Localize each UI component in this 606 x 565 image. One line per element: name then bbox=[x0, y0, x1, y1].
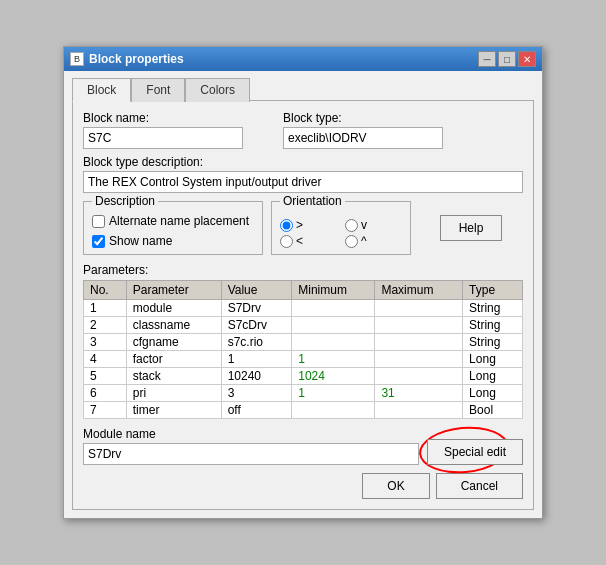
block-type-desc-group: Block type description: bbox=[83, 155, 523, 193]
cell-type: Long bbox=[463, 385, 523, 402]
orient-down-row: v bbox=[345, 218, 402, 232]
dialog-buttons: OK Cancel bbox=[83, 473, 523, 499]
table-row[interactable]: 5stack102401024Long bbox=[84, 368, 523, 385]
tab-content-block: Block name: Block type: Block type descr… bbox=[72, 100, 534, 510]
maximize-button[interactable]: □ bbox=[498, 51, 516, 67]
orient-up-row: ^ bbox=[345, 234, 402, 248]
description-box-label: Description bbox=[92, 194, 158, 208]
special-edit-wrapper: Special edit bbox=[427, 439, 523, 465]
cell-parameter: pri bbox=[126, 385, 221, 402]
parameters-table: No. Parameter Value Minimum Maximum Type… bbox=[83, 280, 523, 419]
table-row[interactable]: 1moduleS7DrvString bbox=[84, 300, 523, 317]
cell-parameter: factor bbox=[126, 351, 221, 368]
parameters-label: Parameters: bbox=[83, 263, 523, 277]
cell-type: Long bbox=[463, 351, 523, 368]
cell-minimum bbox=[292, 317, 375, 334]
block-type-input[interactable] bbox=[283, 127, 443, 149]
cell-maximum bbox=[375, 334, 463, 351]
cell-value: 10240 bbox=[221, 368, 292, 385]
params-thead: No. Parameter Value Minimum Maximum Type bbox=[84, 281, 523, 300]
cell-maximum bbox=[375, 368, 463, 385]
module-name-group: Module name bbox=[83, 427, 419, 465]
show-name-checkbox[interactable] bbox=[92, 235, 105, 248]
cell-no: 1 bbox=[84, 300, 127, 317]
tabs: Block Font Colors bbox=[72, 77, 534, 101]
col-value: Value bbox=[221, 281, 292, 300]
block-name-label: Block name: bbox=[83, 111, 243, 125]
orientation-options: > v < ^ bbox=[280, 218, 402, 248]
cell-parameter: cfgname bbox=[126, 334, 221, 351]
cell-maximum: 31 bbox=[375, 385, 463, 402]
table-row[interactable]: 7timeroffBool bbox=[84, 402, 523, 419]
cell-value: 1 bbox=[221, 351, 292, 368]
cell-no: 4 bbox=[84, 351, 127, 368]
cancel-button[interactable]: Cancel bbox=[436, 473, 523, 499]
title-bar: B Block properties ─ □ ✕ bbox=[64, 47, 542, 71]
cell-no: 2 bbox=[84, 317, 127, 334]
orient-up-radio[interactable] bbox=[345, 235, 358, 248]
window-icon: B bbox=[70, 52, 84, 66]
block-name-group: Block name: bbox=[83, 111, 243, 149]
table-row[interactable]: 3cfgnames7c.rioString bbox=[84, 334, 523, 351]
description-checkboxes: Alternate name placement Show name bbox=[92, 214, 254, 248]
desc-orient-help-row: Description Alternate name placement Sho… bbox=[83, 201, 523, 255]
cell-maximum bbox=[375, 351, 463, 368]
cell-minimum: 1024 bbox=[292, 368, 375, 385]
module-name-input[interactable] bbox=[83, 443, 419, 465]
table-row[interactable]: 2classnameS7cDrvString bbox=[84, 317, 523, 334]
block-name-type-row: Block name: Block type: bbox=[83, 111, 523, 149]
cell-value: S7cDrv bbox=[221, 317, 292, 334]
orient-left-row: < bbox=[280, 234, 337, 248]
title-bar-left: B Block properties bbox=[70, 52, 184, 66]
orientation-box: Orientation > v < bbox=[271, 201, 411, 255]
cell-maximum bbox=[375, 300, 463, 317]
orient-down-radio[interactable] bbox=[345, 219, 358, 232]
block-name-input[interactable] bbox=[83, 127, 243, 149]
cell-minimum: 1 bbox=[292, 351, 375, 368]
orient-right-radio[interactable] bbox=[280, 219, 293, 232]
cell-type: Long bbox=[463, 368, 523, 385]
cell-value: 3 bbox=[221, 385, 292, 402]
cell-no: 6 bbox=[84, 385, 127, 402]
col-parameter: Parameter bbox=[126, 281, 221, 300]
cell-type: String bbox=[463, 317, 523, 334]
block-type-label: Block type: bbox=[283, 111, 443, 125]
window-content: Block Font Colors Block name: Block type… bbox=[64, 71, 542, 518]
col-type: Type bbox=[463, 281, 523, 300]
ok-button[interactable]: OK bbox=[362, 473, 429, 499]
tab-block[interactable]: Block bbox=[72, 78, 131, 102]
help-button[interactable]: Help bbox=[440, 215, 503, 241]
block-type-desc-input[interactable] bbox=[83, 171, 523, 193]
window-title: Block properties bbox=[89, 52, 184, 66]
cell-type: Bool bbox=[463, 402, 523, 419]
cell-no: 3 bbox=[84, 334, 127, 351]
col-no: No. bbox=[84, 281, 127, 300]
special-edit-button[interactable]: Special edit bbox=[427, 439, 523, 465]
cell-parameter: stack bbox=[126, 368, 221, 385]
cell-no: 7 bbox=[84, 402, 127, 419]
cell-parameter: module bbox=[126, 300, 221, 317]
table-row[interactable]: 6pri3131Long bbox=[84, 385, 523, 402]
close-button[interactable]: ✕ bbox=[518, 51, 536, 67]
alternate-name-checkbox[interactable] bbox=[92, 215, 105, 228]
table-row[interactable]: 4factor11Long bbox=[84, 351, 523, 368]
orient-left-radio[interactable] bbox=[280, 235, 293, 248]
title-buttons: ─ □ ✕ bbox=[478, 51, 536, 67]
cell-minimum bbox=[292, 402, 375, 419]
cell-minimum bbox=[292, 334, 375, 351]
tab-font[interactable]: Font bbox=[131, 78, 185, 102]
orient-right-label: > bbox=[296, 218, 303, 232]
alternate-name-label: Alternate name placement bbox=[109, 214, 249, 228]
cell-parameter: timer bbox=[126, 402, 221, 419]
minimize-button[interactable]: ─ bbox=[478, 51, 496, 67]
tab-colors[interactable]: Colors bbox=[185, 78, 250, 102]
orient-left-label: < bbox=[296, 234, 303, 248]
show-name-row: Show name bbox=[92, 234, 254, 248]
orient-down-label: v bbox=[361, 218, 367, 232]
col-minimum: Minimum bbox=[292, 281, 375, 300]
cell-value: s7c.rio bbox=[221, 334, 292, 351]
orient-right-row: > bbox=[280, 218, 337, 232]
cell-type: String bbox=[463, 334, 523, 351]
cell-maximum bbox=[375, 402, 463, 419]
cell-no: 5 bbox=[84, 368, 127, 385]
